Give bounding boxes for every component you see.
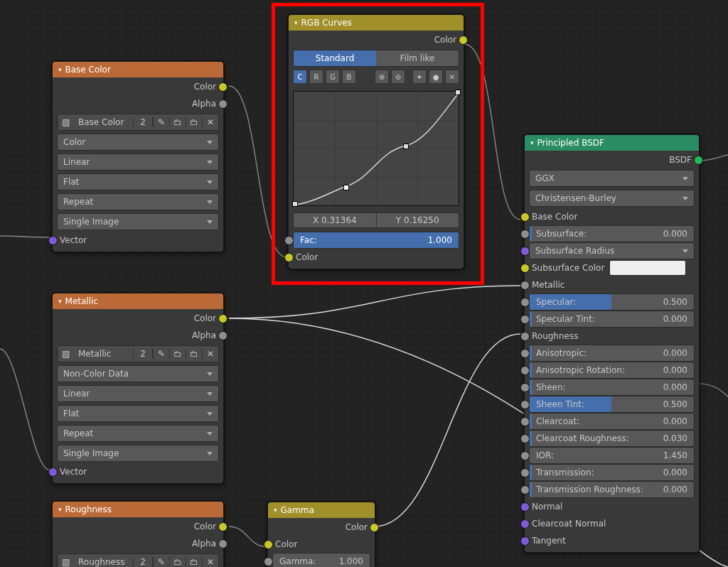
socket-vector-in[interactable] xyxy=(48,236,58,245)
unlink-icon[interactable]: ✕ xyxy=(202,349,218,359)
interp-select[interactable]: Linear xyxy=(57,153,219,171)
unlink-icon[interactable]: ✕ xyxy=(202,557,218,567)
socket[interactable] xyxy=(520,502,530,512)
subsurface-slider[interactable]: Subsurface:0.000 xyxy=(529,225,695,242)
interp-select[interactable]: Linear xyxy=(57,385,219,402)
image-icon[interactable]: ▧ xyxy=(58,349,74,359)
image-name-field[interactable]: Metallic xyxy=(74,349,133,359)
projection-select[interactable]: Flat xyxy=(57,405,219,422)
socket-color-in[interactable] xyxy=(284,253,294,262)
projection-select[interactable]: Flat xyxy=(57,173,219,190)
node-principled-bsdf[interactable]: ▾Principled BSDF BSDF GGX Christensen-Bu… xyxy=(524,134,700,553)
open-icon[interactable]: 🗀 xyxy=(169,557,186,567)
socket-alpha-out[interactable] xyxy=(218,99,228,109)
zoom-in-icon[interactable]: ⊕ xyxy=(375,70,389,84)
socket-bsdf-out[interactable] xyxy=(694,156,703,165)
node-image-base-color[interactable]: ▾Base Color Color Alpha ▧ Base Color 2 ✎… xyxy=(52,61,224,252)
collapse-icon[interactable]: ▾ xyxy=(58,506,62,513)
ss-radius[interactable]: Subsurface Radius xyxy=(529,242,695,259)
node-header[interactable]: ▾Metallic xyxy=(53,293,223,309)
channel-r[interactable]: R xyxy=(309,70,323,84)
sheen-slider[interactable]: Sheen:0.000 xyxy=(529,379,695,396)
socket-color-out[interactable] xyxy=(370,523,379,532)
image-name-field[interactable]: Roughness xyxy=(74,557,133,567)
extension-select[interactable]: Repeat xyxy=(57,193,219,210)
dot-icon[interactable]: ● xyxy=(429,70,443,84)
node-header[interactable]: ▾Roughness xyxy=(53,502,223,517)
socket[interactable] xyxy=(520,281,530,290)
image-datablock[interactable]: ▧ Roughness 2 ✎ 🗀 🗀 ✕ xyxy=(57,554,219,567)
curve-point[interactable] xyxy=(455,90,461,95)
node-header[interactable]: ▾Base Color xyxy=(53,62,223,77)
image-users[interactable]: 2 xyxy=(133,117,153,127)
node-rgb-curves[interactable]: ▾RGB Curves Color Standard Film like C R… xyxy=(288,14,464,269)
remove-point-icon[interactable]: ✕ xyxy=(445,70,459,84)
socket[interactable] xyxy=(520,519,530,529)
open-icon[interactable]: 🗀 xyxy=(169,117,186,127)
open-icon[interactable]: 🗀 xyxy=(169,349,186,359)
socket[interactable] xyxy=(520,536,530,546)
folder-icon[interactable]: 🗀 xyxy=(186,349,202,359)
channel-b[interactable]: B xyxy=(342,70,356,84)
socket[interactable] xyxy=(520,264,530,273)
image-icon[interactable]: ▧ xyxy=(58,557,74,567)
channel-g[interactable]: G xyxy=(326,70,340,84)
image-users[interactable]: 2 xyxy=(133,349,153,359)
socket-alpha-out[interactable] xyxy=(218,331,228,340)
socket-color-out[interactable] xyxy=(218,522,228,531)
curve-editor[interactable] xyxy=(293,91,459,206)
socket[interactable] xyxy=(520,332,530,341)
socket-base-color[interactable] xyxy=(520,212,530,222)
image-datablock[interactable]: ▧ Base Color 2 ✎ 🗀 🗀 ✕ xyxy=(57,114,219,131)
collapse-icon[interactable]: ▾ xyxy=(58,66,62,73)
node-header[interactable]: ▾Principled BSDF xyxy=(525,135,699,151)
curve-point[interactable] xyxy=(292,201,298,207)
aniso-slider[interactable]: Anisotropic:0.000 xyxy=(529,345,695,362)
curve-xy-readout[interactable]: X 0.31364 Y 0.16250 xyxy=(293,212,459,228)
folder-icon[interactable]: 🗀 xyxy=(186,557,202,567)
sss-method-select[interactable]: Christensen-Burley xyxy=(529,190,695,207)
source-select[interactable]: Single Image xyxy=(57,213,219,230)
collapse-icon[interactable]: ▾ xyxy=(294,19,298,26)
tone-tabs[interactable]: Standard Film like xyxy=(293,50,459,67)
socket-color-out[interactable] xyxy=(218,314,228,323)
image-users[interactable]: 2 xyxy=(133,557,153,567)
new-icon[interactable]: ✎ xyxy=(153,557,169,567)
anisorot-slider[interactable]: Anisotropic Rotation:0.000 xyxy=(529,362,695,379)
extension-select[interactable]: Repeat xyxy=(57,425,219,442)
folder-icon[interactable]: 🗀 xyxy=(186,117,202,127)
clearcoat-slider[interactable]: Clearcoat:0.000 xyxy=(529,413,695,430)
socket-vector-in[interactable] xyxy=(48,468,58,477)
collapse-icon[interactable]: ▾ xyxy=(530,139,534,146)
node-editor-canvas[interactable]: { "base_color": { "title": "Base Color",… xyxy=(0,0,728,567)
socket-color-in[interactable] xyxy=(264,540,273,549)
color-space-select[interactable]: Non-Color Data xyxy=(57,365,219,382)
socket-color-out[interactable] xyxy=(218,82,228,92)
image-name-field[interactable]: Base Color xyxy=(74,117,133,127)
socket-alpha-out[interactable] xyxy=(218,539,228,549)
node-header[interactable]: ▾Gamma xyxy=(268,502,375,518)
sheentint-slider[interactable]: Sheen Tint:0.500 xyxy=(529,396,695,413)
spectint-slider[interactable]: Specular Tint:0.000 xyxy=(529,310,695,328)
color-swatch[interactable] xyxy=(609,260,686,276)
collapse-icon[interactable]: ▾ xyxy=(274,507,277,514)
source-select[interactable]: Single Image xyxy=(57,445,219,462)
channel-c[interactable]: C xyxy=(293,70,307,84)
tab-filmlike[interactable]: Film like xyxy=(376,50,459,66)
curve-point[interactable] xyxy=(403,144,409,149)
image-icon[interactable]: ▧ xyxy=(58,117,74,127)
curve-x[interactable]: X 0.31364 xyxy=(294,213,376,227)
ccrough-slider[interactable]: Clearcoat Roughness:0.030 xyxy=(529,430,695,447)
node-image-metallic[interactable]: ▾Metallic Color Alpha ▧ Metallic 2 ✎ 🗀 🗀… xyxy=(52,293,224,484)
node-image-roughness[interactable]: ▾Roughness Color Alpha ▧ Roughness 2 ✎ 🗀… xyxy=(52,501,224,567)
transr-slider[interactable]: Transmission Roughness:0.000 xyxy=(529,481,695,498)
socket[interactable] xyxy=(520,247,530,256)
curve-point[interactable] xyxy=(343,185,349,190)
distribution-select[interactable]: GGX xyxy=(529,170,695,187)
color-space-select[interactable]: Color xyxy=(57,134,219,151)
image-datablock[interactable]: ▧ Metallic 2 ✎ 🗀 🗀 ✕ xyxy=(57,345,219,362)
tools-icon[interactable]: ✦ xyxy=(412,70,427,84)
specular-slider[interactable]: Specular:0.500 xyxy=(529,293,695,310)
node-gamma[interactable]: ▾Gamma Color Color Gamma:1.000 xyxy=(267,502,375,567)
ior-slider[interactable]: IOR:1.450 xyxy=(529,447,695,464)
